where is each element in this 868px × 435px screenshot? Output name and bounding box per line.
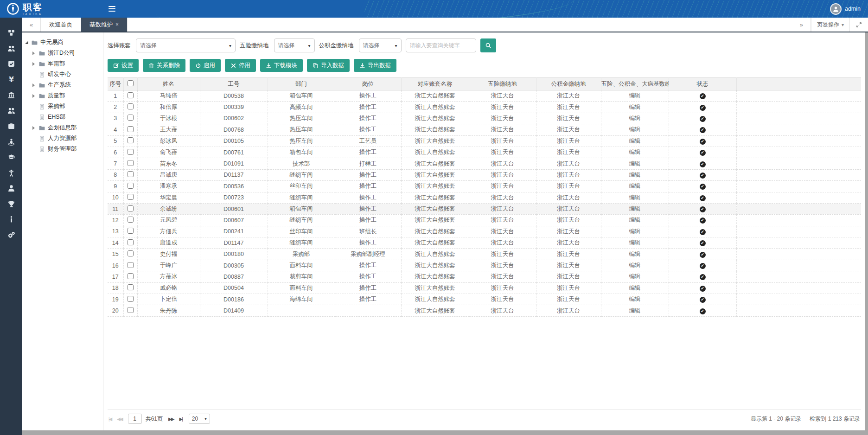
edit-link[interactable]: 编辑 bbox=[629, 273, 641, 280]
user-icon[interactable] bbox=[0, 180, 22, 196]
edit-link[interactable]: 编辑 bbox=[629, 296, 641, 302]
yen-icon[interactable]: ¥ bbox=[0, 72, 22, 88]
disable-button[interactable]: 停用 bbox=[225, 59, 256, 72]
edit-link[interactable]: 编辑 bbox=[629, 262, 641, 269]
tab-welcome[interactable]: 欢迎首页 bbox=[41, 18, 81, 32]
tree-item[interactable]: 人力资源部 bbox=[25, 133, 100, 144]
edit-link[interactable]: 编辑 bbox=[629, 126, 641, 133]
row-checkbox[interactable] bbox=[128, 228, 134, 234]
users-icon[interactable] bbox=[0, 41, 22, 57]
account-select[interactable]: 请选择 ▾ bbox=[136, 38, 236, 52]
row-checkbox[interactable] bbox=[128, 149, 134, 155]
page-first-icon[interactable]: |◀ bbox=[108, 416, 111, 422]
tree-item[interactable]: 研发中心 bbox=[25, 69, 100, 80]
page-next-icon[interactable]: ▶▶ bbox=[168, 416, 173, 422]
trophy-icon[interactable] bbox=[0, 196, 22, 212]
tree-root[interactable]: 中元易尚 bbox=[25, 37, 100, 48]
cell-account: 浙江大自然账套 bbox=[401, 192, 469, 203]
row-checkbox[interactable] bbox=[128, 239, 134, 245]
row-checkbox[interactable] bbox=[128, 273, 134, 279]
child-icon[interactable] bbox=[0, 165, 22, 181]
settings-button[interactable]: 设置 bbox=[108, 59, 139, 72]
tree-item[interactable]: 采购部 bbox=[25, 101, 100, 112]
row-checkbox[interactable] bbox=[128, 171, 134, 177]
import-data-button[interactable]: 导入数据 bbox=[307, 59, 350, 72]
tab-operations-button[interactable]: 页签操作 ▾ bbox=[811, 18, 849, 32]
tabs-scroll-left-icon[interactable]: « bbox=[22, 18, 41, 32]
edit-link[interactable]: 编辑 bbox=[629, 307, 641, 314]
row-checkbox[interactable] bbox=[128, 92, 134, 98]
check-square-icon[interactable] bbox=[0, 56, 22, 72]
edit-link[interactable]: 编辑 bbox=[629, 183, 641, 189]
search-button[interactable] bbox=[480, 38, 496, 52]
row-checkbox[interactable] bbox=[128, 126, 134, 132]
cell-ins-place: 浙江天台 bbox=[469, 226, 536, 237]
row-checkbox[interactable] bbox=[128, 183, 134, 189]
row-checkbox[interactable] bbox=[128, 115, 134, 121]
row-checkbox[interactable] bbox=[128, 137, 134, 143]
cell-name: 唐道成 bbox=[137, 237, 200, 249]
tabs-scroll-right-icon[interactable]: » bbox=[792, 18, 811, 32]
row-checkbox[interactable] bbox=[128, 217, 134, 223]
download-template-button[interactable]: 下载模块 bbox=[260, 59, 303, 72]
tree-item[interactable]: 财务管理部 bbox=[25, 144, 100, 154]
edit-link[interactable]: 编辑 bbox=[629, 239, 641, 246]
edit-link[interactable]: 编辑 bbox=[629, 104, 641, 110]
menu-toggle-icon[interactable] bbox=[102, 0, 121, 18]
row-checkbox[interactable] bbox=[128, 103, 134, 109]
edit-link[interactable]: 编辑 bbox=[629, 172, 641, 178]
tab-base-maintenance[interactable]: 基数维护 × bbox=[81, 18, 128, 32]
cell-ins-place: 浙江天台 bbox=[469, 147, 536, 158]
insurance-place-select[interactable]: 请选择 ▾ bbox=[274, 38, 315, 52]
app-logo[interactable]: 职客 IZHIKE bbox=[0, 2, 51, 15]
tree-item[interactable]: 企划信息部 bbox=[25, 122, 100, 133]
edit-link[interactable]: 编辑 bbox=[629, 92, 641, 99]
row-checkbox[interactable] bbox=[128, 296, 134, 302]
tab-close-icon[interactable]: × bbox=[115, 21, 119, 28]
gears-icon[interactable] bbox=[0, 227, 22, 243]
tree-item[interactable]: 军需部 bbox=[25, 58, 100, 69]
export-data-button[interactable]: 导出数据 bbox=[354, 59, 396, 72]
search-input[interactable] bbox=[406, 38, 476, 52]
cell-ins-place: 浙江天台 bbox=[469, 271, 536, 282]
row-checkbox[interactable] bbox=[128, 160, 134, 166]
briefcase-icon[interactable] bbox=[0, 118, 22, 134]
edit-link[interactable]: 编辑 bbox=[629, 149, 641, 155]
cubes-icon[interactable] bbox=[0, 25, 22, 41]
bank-icon[interactable] bbox=[0, 87, 22, 103]
row-checkbox[interactable] bbox=[128, 250, 134, 256]
relation-delete-button[interactable]: 关系删除 bbox=[143, 59, 185, 72]
edit-link[interactable]: 编辑 bbox=[629, 160, 641, 167]
row-checkbox[interactable] bbox=[128, 307, 134, 313]
edit-link[interactable]: 编辑 bbox=[629, 115, 641, 122]
select-all-checkbox[interactable] bbox=[128, 80, 134, 86]
edit-link[interactable]: 编辑 bbox=[629, 205, 641, 212]
header-user-area[interactable]: admin bbox=[830, 3, 868, 15]
page-prev-icon[interactable]: ◀◀ bbox=[117, 416, 122, 422]
edit-link[interactable]: 编辑 bbox=[629, 217, 641, 223]
tree-item[interactable]: 质量部 bbox=[25, 90, 100, 101]
row-checkbox[interactable] bbox=[128, 262, 134, 268]
page-size-select[interactable]: 20 ▾ bbox=[189, 414, 210, 424]
tree-item[interactable]: 浙江D公司 bbox=[25, 48, 100, 58]
enable-button[interactable]: 启用 bbox=[190, 59, 221, 72]
tree-item[interactable]: 生产系统 bbox=[25, 80, 100, 90]
row-checkbox[interactable] bbox=[128, 284, 134, 290]
team-icon[interactable] bbox=[0, 103, 22, 119]
edit-link[interactable]: 编辑 bbox=[629, 228, 641, 235]
edit-link[interactable]: 编辑 bbox=[629, 285, 641, 291]
expand-icon[interactable] bbox=[849, 18, 868, 32]
edit-link[interactable]: 编辑 bbox=[629, 194, 641, 201]
row-checkbox[interactable] bbox=[128, 205, 134, 211]
street-view-icon[interactable] bbox=[0, 134, 22, 150]
page-number-input[interactable] bbox=[128, 414, 142, 424]
edit-link[interactable]: 编辑 bbox=[629, 138, 641, 144]
info-icon[interactable] bbox=[0, 211, 22, 227]
edit-link[interactable]: 编辑 bbox=[629, 251, 641, 257]
row-checkbox[interactable] bbox=[128, 194, 134, 200]
folder-icon bbox=[31, 39, 38, 46]
graduation-cap-icon[interactable] bbox=[0, 149, 22, 165]
page-last-icon[interactable]: ▶| bbox=[179, 416, 182, 422]
tree-item[interactable]: EHS部 bbox=[25, 112, 100, 122]
fund-place-select[interactable]: 请选择 ▾ bbox=[359, 38, 402, 52]
